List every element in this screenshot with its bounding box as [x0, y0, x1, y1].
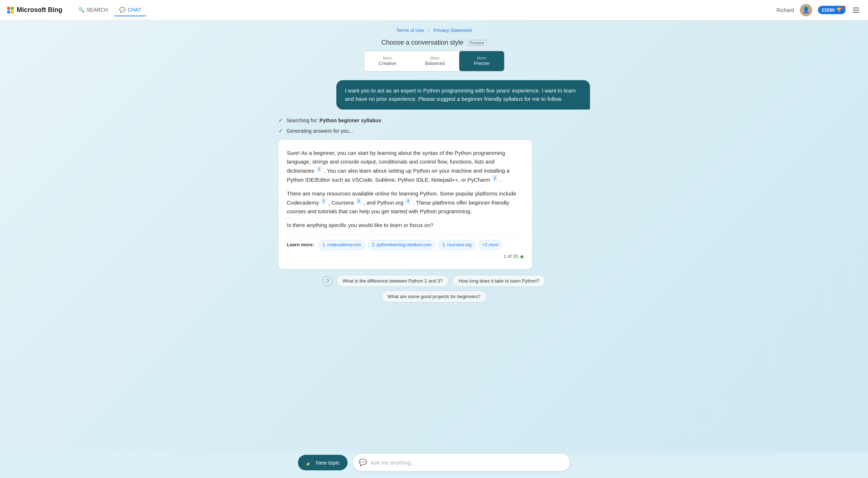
bing-logo-icon — [7, 7, 14, 13]
citation-1[interactable]: 1 — [317, 166, 322, 172]
nav-item-search[interactable]: 🔍 SEARCH — [73, 4, 113, 16]
more-links-badge[interactable]: +2 more — [478, 240, 502, 250]
chat-input[interactable] — [370, 460, 564, 466]
score-badge[interactable]: 23280 🏆 — [818, 6, 846, 14]
style-buttons-group: More Creative More Balanced More Precise — [364, 51, 504, 71]
logo[interactable]: Microsoft Bing — [7, 6, 62, 14]
nav-label-chat: CHAT — [128, 7, 141, 13]
conversation-style-title: Choose a conversation style Preview — [278, 39, 590, 46]
citation-2[interactable]: 2 — [493, 175, 498, 181]
response-paragraph-1: Sure! As a beginner, you can start by le… — [287, 149, 523, 184]
user-message-bubble: I want you to act as an expert in Python… — [336, 80, 590, 110]
header-right: Richard 👤 23280 🏆 — [777, 4, 861, 16]
response-paragraph-2: There are many resources available onlin… — [287, 189, 523, 216]
logo-text: Microsoft Bing — [17, 6, 62, 14]
citation-3[interactable]: 1 — [321, 198, 326, 204]
nav-item-chat[interactable]: 💬 CHAT — [114, 4, 146, 16]
learn-more-section: Learn more: 1. codecademy.com 2. pythonl… — [287, 235, 523, 260]
learn-link-1[interactable]: 1. codecademy.com — [319, 240, 365, 250]
question-circle-icon: ? — [323, 276, 333, 286]
status-searching: ✓ Searching for: Python beginner syllabu… — [278, 117, 590, 124]
privacy-statement-link[interactable]: Privacy Statement — [433, 28, 472, 33]
new-topic-button[interactable]: 🧹 New topic — [298, 455, 348, 470]
style-balanced-button[interactable]: More Balanced — [411, 51, 459, 71]
header: Microsoft Bing 🔍 SEARCH 💬 CHAT Richard 👤… — [0, 0, 868, 20]
check-icon-2: ✓ — [278, 127, 283, 134]
chat-input-bar[interactable]: 💬 — [353, 453, 570, 471]
score-icon: 🏆 — [836, 7, 842, 13]
ai-response-card: Sure! As a beginner, you can start by le… — [278, 140, 532, 269]
response-paragraph-3: Is there anything specific you would lik… — [287, 221, 523, 230]
avatar[interactable]: 👤 — [800, 4, 812, 16]
chat-bubble-icon: 💬 — [359, 458, 367, 466]
main-content: Terms of Use | Privacy Statement Choose … — [271, 20, 597, 352]
nav: 🔍 SEARCH 💬 CHAT — [73, 4, 146, 16]
suggestion-chip-2[interactable]: What are some good projects for beginner… — [381, 290, 487, 302]
top-links: Terms of Use | Privacy Statement — [278, 20, 590, 39]
learn-link-2[interactable]: 2. pythonlearning.medium.com — [368, 240, 435, 250]
terms-of-use-link[interactable]: Terms of Use — [396, 28, 424, 33]
suggestion-chip-0[interactable]: What is the difference between Python 2 … — [336, 275, 449, 287]
bottom-bar: 🧹 New topic 💬 — [0, 448, 868, 478]
learn-more-label: Learn more: — [287, 241, 314, 249]
learn-link-3[interactable]: 3. coursera.org — [438, 240, 475, 250]
user-name: Richard — [777, 7, 794, 13]
response-count: 1 of 20 — [504, 253, 523, 260]
hamburger-menu-button[interactable] — [851, 6, 861, 14]
citation-5[interactable]: 4 — [406, 198, 411, 204]
preview-badge: Preview — [468, 40, 487, 46]
check-icon-1: ✓ — [278, 117, 283, 124]
citation-4[interactable]: 3 — [356, 198, 361, 204]
conversation-style-section: Choose a conversation style Preview More… — [278, 39, 590, 71]
status-generating: ✓ Generating answers for you... — [278, 127, 590, 134]
style-creative-button[interactable]: More Creative — [364, 51, 411, 71]
notification-dot — [843, 6, 846, 9]
suggestion-chips-row: ? What is the difference between Python … — [278, 275, 590, 302]
nav-label-search: SEARCH — [87, 7, 108, 13]
green-dot-icon — [520, 255, 523, 258]
score-value: 23280 — [822, 7, 835, 13]
search-icon: 🔍 — [78, 7, 84, 13]
chat-icon: 💬 — [119, 7, 125, 13]
broom-icon: 🧹 — [306, 459, 313, 466]
suggestion-chip-1[interactable]: How long does it take to learn Python? — [452, 275, 545, 287]
style-precise-button[interactable]: More Precise — [459, 51, 504, 71]
user-message-container: I want you to act as an expert in Python… — [278, 80, 590, 110]
